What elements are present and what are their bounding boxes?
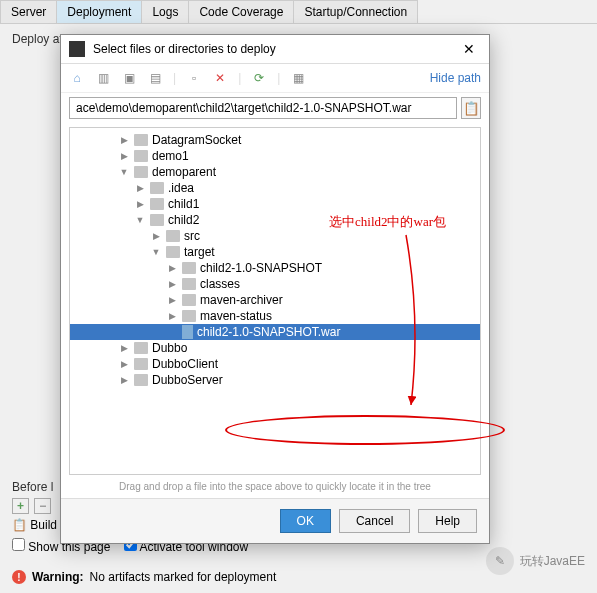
tree-folder[interactable]: classes xyxy=(70,276,480,292)
brand-icon: ✎ xyxy=(486,547,514,575)
drop-hint: Drag and drop a file into the space abov… xyxy=(61,479,489,498)
show-hidden-icon[interactable]: ▦ xyxy=(290,70,306,86)
tree-folder[interactable]: target xyxy=(70,244,480,260)
folder-icon xyxy=(134,166,148,178)
tree-node-label: DubboClient xyxy=(152,357,218,371)
cancel-button[interactable]: Cancel xyxy=(339,509,410,533)
folder-icon xyxy=(166,246,180,258)
folder-icon xyxy=(182,310,196,322)
tab-server[interactable]: Server xyxy=(0,0,57,23)
file-icon xyxy=(182,325,193,339)
folder-icon xyxy=(134,342,148,354)
tree-node-label: child2 xyxy=(168,213,199,227)
annotation-text: 选中child2中的war包 xyxy=(329,213,446,231)
expand-icon[interactable]: ▫ xyxy=(186,70,202,86)
tab-deployment[interactable]: Deployment xyxy=(56,0,142,23)
folder-icon xyxy=(134,358,148,370)
tree-arrow-icon[interactable] xyxy=(134,215,146,225)
tree-arrow-icon[interactable] xyxy=(134,183,146,193)
tree-arrow-icon[interactable] xyxy=(118,359,130,369)
new-folder-icon[interactable]: ▤ xyxy=(147,70,163,86)
tree-folder[interactable]: maven-status xyxy=(70,308,480,324)
file-chooser-dialog: Select files or directories to deploy ✕ … xyxy=(60,34,490,544)
ok-button[interactable]: OK xyxy=(280,509,331,533)
tree-node-label: child1 xyxy=(168,197,199,211)
tree-arrow-icon[interactable] xyxy=(166,279,178,289)
tree-arrow-icon[interactable] xyxy=(134,199,146,209)
tree-arrow-icon[interactable] xyxy=(150,231,162,241)
tab-code-coverage[interactable]: Code Coverage xyxy=(188,0,294,23)
folder-icon xyxy=(166,230,180,242)
tree-folder[interactable]: DubboClient xyxy=(70,356,480,372)
tree-arrow-icon[interactable] xyxy=(118,151,130,161)
tree-folder[interactable]: Dubbo xyxy=(70,340,480,356)
tree-folder[interactable]: demoparent xyxy=(70,164,480,180)
tree-node-label: maven-status xyxy=(200,309,272,323)
tree-arrow-icon[interactable] xyxy=(118,167,130,177)
home-icon[interactable]: ⌂ xyxy=(69,70,85,86)
tree-arrow-icon[interactable] xyxy=(150,247,162,257)
before-launch-label: Before l xyxy=(12,480,53,494)
refresh-icon[interactable]: ⟳ xyxy=(251,70,267,86)
tree-folder[interactable]: DubboServer xyxy=(70,372,480,388)
tree-arrow-icon[interactable] xyxy=(118,135,130,145)
add-task-button[interactable]: + xyxy=(12,498,29,514)
tree-node-label: DatagramSocket xyxy=(152,133,241,147)
folder-icon xyxy=(134,374,148,386)
dialog-icon xyxy=(69,41,85,57)
tree-arrow-icon[interactable] xyxy=(118,343,130,353)
tree-arrow-icon[interactable] xyxy=(118,375,130,385)
module-icon[interactable]: ▣ xyxy=(121,70,137,86)
folder-icon xyxy=(182,294,196,306)
tree-folder[interactable]: child1 xyxy=(70,196,480,212)
tree-folder[interactable]: demo1 xyxy=(70,148,480,164)
tab-startup-connection[interactable]: Startup/Connection xyxy=(293,0,418,23)
tree-arrow-icon[interactable] xyxy=(166,263,178,273)
config-tabs: Server Deployment Logs Code Coverage Sta… xyxy=(0,0,597,24)
folder-icon xyxy=(150,198,164,210)
tree-arrow-icon[interactable] xyxy=(166,295,178,305)
show-page-checkbox[interactable] xyxy=(12,538,25,551)
warning-icon: ! xyxy=(12,570,26,584)
tree-folder[interactable]: child2-1.0-SNAPSHOT xyxy=(70,260,480,276)
tree-node-label: demoparent xyxy=(152,165,216,179)
project-icon[interactable]: ▥ xyxy=(95,70,111,86)
tab-logs[interactable]: Logs xyxy=(141,0,189,23)
close-button[interactable]: ✕ xyxy=(457,41,481,57)
file-tree[interactable]: DatagramSocketdemo1demoparent.ideachild1… xyxy=(70,128,480,392)
tree-folder[interactable]: maven-archiver xyxy=(70,292,480,308)
brand-watermark: ✎ 玩转JavaEE xyxy=(486,547,585,575)
tree-folder[interactable]: .idea xyxy=(70,180,480,196)
folder-icon xyxy=(150,214,164,226)
tree-node-label: Dubbo xyxy=(152,341,187,355)
help-button[interactable]: Help xyxy=(418,509,477,533)
folder-icon xyxy=(182,262,196,274)
tree-node-label: classes xyxy=(200,277,240,291)
warning-text: No artifacts marked for deployment xyxy=(90,570,277,584)
tree-node-label: target xyxy=(184,245,215,259)
hide-path-link[interactable]: Hide path xyxy=(430,71,481,85)
remove-task-button[interactable]: − xyxy=(34,498,51,514)
path-input[interactable] xyxy=(69,97,457,119)
tree-folder[interactable]: DatagramSocket xyxy=(70,132,480,148)
folder-icon xyxy=(134,150,148,162)
tree-node-label: DubboServer xyxy=(152,373,223,387)
folder-icon xyxy=(150,182,164,194)
tree-node-label: .idea xyxy=(168,181,194,195)
folder-icon xyxy=(182,278,196,290)
folder-icon xyxy=(134,134,148,146)
tree-node-label: demo1 xyxy=(152,149,189,163)
tree-node-label: maven-archiver xyxy=(200,293,283,307)
dialog-title: Select files or directories to deploy xyxy=(93,42,276,56)
tree-node-label: child2-1.0-SNAPSHOT.war xyxy=(197,325,340,339)
tree-node-label: src xyxy=(184,229,200,243)
warning-label: Warning: xyxy=(32,570,84,584)
delete-icon[interactable]: ✕ xyxy=(212,70,228,86)
tree-file[interactable]: child2-1.0-SNAPSHOT.war xyxy=(70,324,480,340)
tree-node-label: child2-1.0-SNAPSHOT xyxy=(200,261,322,275)
tree-arrow-icon[interactable] xyxy=(166,311,178,321)
path-history-button[interactable]: 📋 xyxy=(461,97,481,119)
